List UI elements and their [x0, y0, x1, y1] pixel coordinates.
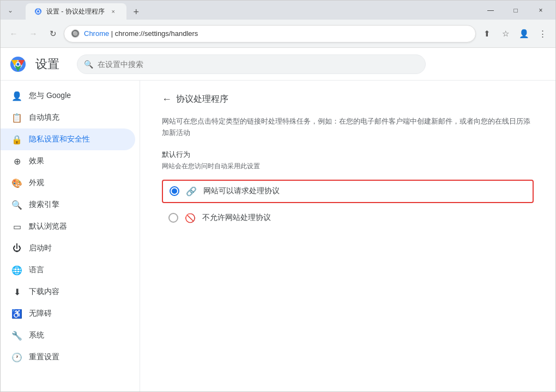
- sidebar-item-appearance[interactable]: 🎨 外观: [1, 172, 135, 194]
- sidebar-label-google: 您与 Google: [29, 91, 71, 101]
- close-button[interactable]: ×: [528, 1, 553, 20]
- effects-icon: ⊕: [11, 156, 22, 167]
- search-box[interactable]: 🔍: [77, 54, 426, 74]
- svg-point-2: [37, 10, 39, 13]
- refresh-icon: ↻: [50, 29, 57, 39]
- chrome-logo: [9, 56, 27, 73]
- option-deny-label: 不允许网站处理协议: [202, 213, 271, 223]
- default-behavior-sub: 网站会在您访问时自动采用此设置: [162, 162, 534, 171]
- sidebar-item-privacy[interactable]: 🔒 隐私设置和安全性: [1, 128, 135, 150]
- browser-icon: ▭: [11, 221, 22, 232]
- title-bar: ⌄ 设置 - 协议处理程序 × + — □: [1, 1, 555, 20]
- active-tab[interactable]: 设置 - 协议处理程序 ×: [26, 3, 126, 20]
- tab-list-chevron[interactable]: ⌄: [3, 3, 18, 18]
- sidebar: 👤 您与 Google 📋 自动填充 🔒 隐私设置和安全性 ⊕ 效果 🎨 外观 …: [1, 81, 140, 391]
- sidebar-label-reset: 重置设置: [29, 352, 59, 362]
- language-icon: 🌐: [11, 265, 22, 275]
- window-frame: ⌄ 设置 - 协议处理程序 × + — □: [0, 0, 556, 392]
- sidebar-label-downloads: 下载内容: [29, 287, 59, 297]
- address-url: chrome://settings/handlers: [115, 29, 198, 38]
- sidebar-label-browser: 默认浏览器: [29, 222, 67, 231]
- app-title: 设置: [35, 56, 59, 72]
- option-deny-icon: 🚫: [185, 213, 196, 223]
- startup-icon: ⏻: [11, 243, 22, 254]
- bookmark-icon[interactable]: ☆: [497, 25, 514, 42]
- address-text: Chrome | chrome://settings/handlers: [84, 29, 469, 38]
- downloads-icon: ⬇: [11, 286, 22, 297]
- option-allow-icon: 🔗: [186, 186, 197, 197]
- chrome-logo-svg: [10, 57, 26, 72]
- page-title: 协议处理程序: [176, 94, 228, 105]
- sidebar-item-downloads[interactable]: ⬇ 下载内容: [1, 281, 135, 303]
- new-tab-button[interactable]: +: [129, 4, 144, 20]
- sidebar-item-browser[interactable]: ▭ 默认浏览器: [1, 216, 135, 237]
- tab-area: 设置 - 协议处理程序 × +: [20, 1, 144, 20]
- content-area: ← 协议处理程序 网站可在您点击特定类型的链接时处理特殊任务，例如：在您的电子邮…: [140, 81, 555, 391]
- system-icon: 🔧: [11, 330, 22, 341]
- radio-allow-outer: [170, 186, 179, 196]
- sidebar-item-accessibility[interactable]: ♿ 无障碍: [1, 303, 135, 324]
- sidebar-label-appearance: 外观: [29, 178, 44, 188]
- app-bar: 设置 🔍: [1, 48, 555, 81]
- sidebar-label-search: 搜索引擎: [29, 200, 59, 210]
- radio-allow-inner: [172, 188, 177, 194]
- tab-title: 设置 - 协议处理程序: [46, 7, 105, 16]
- search-wrap: 🔍: [77, 54, 426, 74]
- address-input-wrap[interactable]: 🔘 Chrome | chrome://settings/handlers: [64, 25, 476, 42]
- back-nav-arrow: ←: [162, 94, 172, 105]
- sidebar-item-search[interactable]: 🔍 搜索引擎: [1, 194, 135, 216]
- svg-point-7: [16, 63, 19, 65]
- reset-icon: 🕐: [11, 352, 22, 363]
- search-engine-icon: 🔍: [11, 199, 22, 210]
- sidebar-item-startup[interactable]: ⏻ 启动时: [1, 237, 135, 259]
- option-allow-label: 网站可以请求处理协议: [203, 186, 280, 196]
- sidebar-item-language[interactable]: 🌐 语言: [1, 259, 135, 281]
- radio-deny: [168, 213, 178, 223]
- sidebar-item-effects[interactable]: ⊕ 效果: [1, 150, 135, 172]
- autofill-icon: 📋: [11, 112, 22, 123]
- minimize-button[interactable]: —: [478, 1, 503, 20]
- sidebar-item-system[interactable]: 🔧 系统: [1, 324, 135, 346]
- person-icon: 👤: [11, 90, 22, 101]
- back-nav[interactable]: ← 协议处理程序: [162, 94, 534, 105]
- share-icon[interactable]: ⬆: [478, 25, 495, 42]
- sidebar-item-google[interactable]: 👤 您与 Google: [1, 85, 135, 107]
- sidebar-label-effects: 效果: [29, 156, 44, 166]
- sidebar-label-privacy: 隐私设置和安全性: [29, 134, 90, 144]
- option-allow[interactable]: 🔗 网站可以请求处理协议: [162, 180, 534, 203]
- default-behavior-label: 默认行为: [162, 150, 534, 160]
- tab-close-button[interactable]: ×: [109, 7, 118, 16]
- lock-icon: 🔘: [71, 29, 80, 38]
- accessibility-icon: ♿: [11, 308, 22, 319]
- description-text: 网站可在您点击特定类型的链接时处理特殊任务，例如：在您的电子邮件客户端中创建新邮…: [162, 116, 534, 139]
- sidebar-label-accessibility: 无障碍: [29, 309, 52, 318]
- main-layout: 👤 您与 Google 📋 自动填充 🔒 隐私设置和安全性 ⊕ 效果 🎨 外观 …: [1, 81, 555, 391]
- appearance-icon: 🎨: [11, 177, 22, 188]
- sidebar-label-startup: 启动时: [29, 243, 52, 253]
- sidebar-label-language: 语言: [29, 265, 44, 275]
- sidebar-item-autofill[interactable]: 📋 自动填充: [1, 107, 135, 128]
- toolbar-icons: ⬆ ☆ 👤 ⋮: [478, 25, 551, 42]
- refresh-button[interactable]: ↻: [44, 25, 62, 42]
- tab-chevron-area: ⌄: [1, 3, 20, 18]
- address-bar: ← → ↻ 🔘 Chrome | chrome://settings/handl…: [1, 20, 555, 48]
- tab-favicon-icon: [34, 8, 42, 15]
- search-icon: 🔍: [84, 60, 93, 69]
- back-icon: ←: [10, 29, 18, 38]
- window-controls: — □ ×: [478, 1, 555, 20]
- privacy-icon: 🔒: [11, 134, 22, 145]
- forward-icon: →: [29, 29, 38, 38]
- sidebar-item-reset[interactable]: 🕐 重置设置: [1, 346, 135, 368]
- maximize-button[interactable]: □: [503, 1, 528, 20]
- back-button[interactable]: ←: [5, 25, 22, 42]
- sidebar-label-autofill: 自动填充: [29, 113, 59, 122]
- address-brand: Chrome: [84, 29, 109, 38]
- sidebar-label-system: 系统: [29, 330, 44, 340]
- menu-icon[interactable]: ⋮: [534, 25, 551, 42]
- title-bar-left: ⌄ 设置 - 协议处理程序 × +: [1, 1, 478, 20]
- search-input[interactable]: [98, 60, 419, 69]
- forward-button[interactable]: →: [25, 25, 42, 42]
- option-deny[interactable]: 🚫 不允许网站处理协议: [162, 207, 534, 229]
- profile-icon[interactable]: 👤: [515, 25, 533, 42]
